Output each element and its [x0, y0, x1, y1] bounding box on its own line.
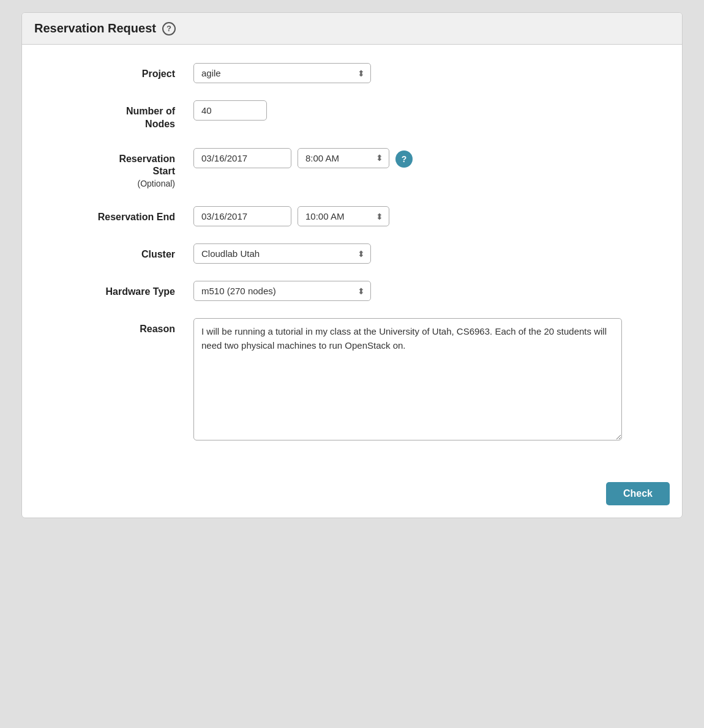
reservation-end-date-input[interactable]	[193, 206, 291, 226]
nodes-input[interactable]	[193, 100, 267, 121]
cluster-select-wrapper: Cloudlab Utah Cloudlab Wisconsin Cloudla…	[193, 243, 371, 264]
reservation-end-time-select[interactable]: 8:00 AM 9:00 AM 10:00 AM	[298, 206, 389, 226]
reservation-start-label: Reservation Start (Optional)	[47, 148, 193, 190]
hardware-type-label: Hardware Type	[47, 281, 193, 299]
reservation-end-time-wrapper: 8:00 AM 9:00 AM 10:00 AM ⬍	[298, 206, 389, 226]
cluster-label: Cluster	[47, 243, 193, 261]
cluster-control: Cloudlab Utah Cloudlab Wisconsin Cloudla…	[193, 243, 657, 264]
header-help-icon[interactable]: ?	[162, 22, 176, 35]
hardware-type-select-wrapper: m510 (270 nodes) d710 (200 nodes) c220g1…	[193, 281, 371, 301]
reservation-end-control: 8:00 AM 9:00 AM 10:00 AM ⬍	[193, 206, 657, 226]
cluster-row: Cluster Cloudlab Utah Cloudlab Wisconsin…	[47, 243, 657, 264]
reason-control: I will be running a tutorial in my class…	[193, 318, 657, 440]
reservation-start-date-input[interactable]	[193, 148, 291, 168]
reservation-start-row: Reservation Start (Optional) 8:00 AM 9:0…	[47, 148, 657, 190]
project-control: agile ⬍	[193, 63, 657, 83]
hardware-type-select[interactable]: m510 (270 nodes) d710 (200 nodes) c220g1…	[193, 281, 371, 301]
card-header: Reservation Request ?	[22, 13, 682, 45]
reservation-start-help-icon[interactable]: ?	[395, 150, 413, 168]
reservation-start-time-wrapper: 8:00 AM 9:00 AM 10:00 AM ⬍	[298, 148, 389, 168]
cluster-select[interactable]: Cloudlab Utah Cloudlab Wisconsin Cloudla…	[193, 243, 371, 264]
project-label: Project	[47, 63, 193, 81]
reservation-start-time-select[interactable]: 8:00 AM 9:00 AM 10:00 AM	[298, 148, 389, 168]
reservation-end-label: Reservation End	[47, 206, 193, 224]
check-button[interactable]: Check	[606, 482, 670, 505]
hardware-type-control: m510 (270 nodes) d710 (200 nodes) c220g1…	[193, 281, 657, 301]
reason-row: Reason I will be running a tutorial in m…	[47, 318, 657, 440]
reason-label: Reason	[47, 318, 193, 336]
project-row: Project agile ⬍	[47, 63, 657, 83]
form-footer: Check	[22, 476, 682, 518]
reservation-start-control: 8:00 AM 9:00 AM 10:00 AM ⬍ ?	[193, 148, 657, 168]
reservation-end-row: Reservation End 8:00 AM 9:00 AM 10:00 AM…	[47, 206, 657, 226]
nodes-label: Number of Nodes	[47, 100, 193, 131]
nodes-control	[193, 100, 657, 121]
reason-textarea[interactable]: I will be running a tutorial in my class…	[193, 318, 622, 440]
page-title: Reservation Request	[34, 21, 156, 35]
project-select[interactable]: agile	[193, 63, 371, 83]
hardware-type-row: Hardware Type m510 (270 nodes) d710 (200…	[47, 281, 657, 301]
nodes-row: Number of Nodes	[47, 100, 657, 131]
card-body: Project agile ⬍ Number of Nodes	[22, 45, 682, 476]
project-select-wrapper: agile ⬍	[193, 63, 371, 83]
reservation-request-card: Reservation Request ? Project agile ⬍ Nu…	[21, 12, 683, 518]
